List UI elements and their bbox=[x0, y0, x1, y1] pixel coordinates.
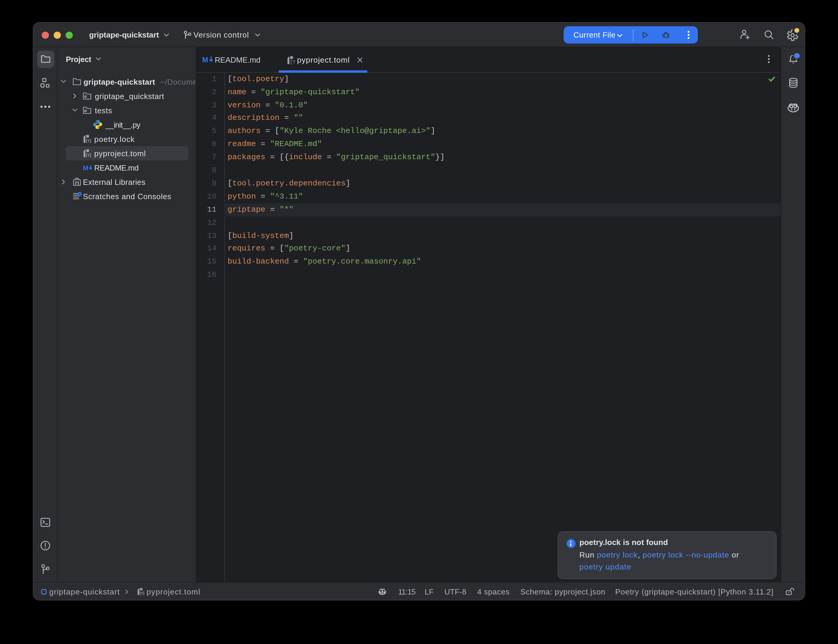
svg-text:M: M bbox=[202, 56, 208, 64]
svg-text:M: M bbox=[82, 164, 88, 171]
svg-text:[T]: [T] bbox=[289, 60, 296, 64]
